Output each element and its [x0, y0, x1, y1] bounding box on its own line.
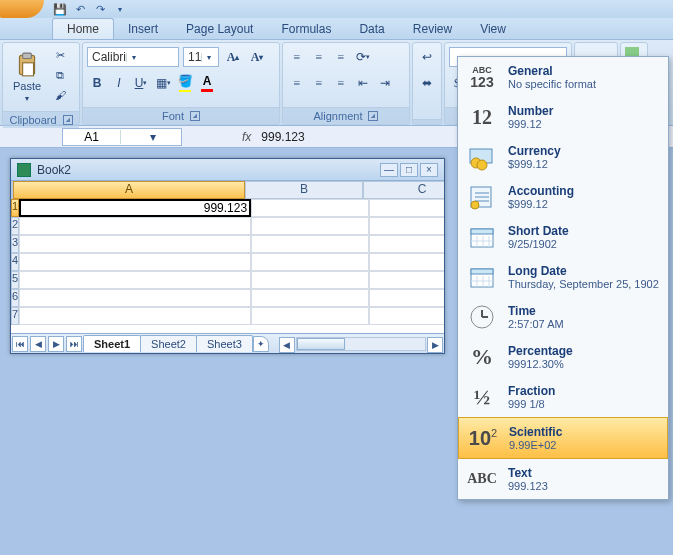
- name-box[interactable]: A1 ▾: [62, 128, 182, 146]
- grow-font-button[interactable]: A▴: [223, 47, 243, 67]
- number-format-time[interactable]: Time 2:57:07 AM: [458, 297, 668, 337]
- number-format-text[interactable]: ABC Text 999.123: [458, 459, 668, 499]
- row-header[interactable]: 7: [11, 307, 19, 325]
- office-button[interactable]: [0, 0, 44, 18]
- maximize-button[interactable]: □: [400, 163, 418, 177]
- bold-button[interactable]: B: [87, 73, 107, 93]
- cell[interactable]: [251, 289, 369, 307]
- format-painter-button[interactable]: 🖌: [51, 87, 69, 103]
- number-format-accounting[interactable]: Accounting $999.12: [458, 177, 668, 217]
- close-button[interactable]: ×: [420, 163, 438, 177]
- copy-button[interactable]: ⧉: [51, 67, 69, 83]
- cell[interactable]: [251, 253, 369, 271]
- column-header-c[interactable]: C: [363, 181, 444, 199]
- number-format-currency[interactable]: Currency $999.12: [458, 137, 668, 177]
- cell[interactable]: [19, 217, 251, 235]
- paste-button[interactable]: Paste ▾: [7, 47, 47, 107]
- orientation-button[interactable]: ⟳▾: [353, 47, 373, 67]
- number-format-general[interactable]: ABC123 General No specific format: [458, 57, 668, 97]
- tab-review[interactable]: Review: [399, 19, 466, 39]
- tab-view[interactable]: View: [466, 19, 520, 39]
- shrink-font-button[interactable]: A▾: [247, 47, 267, 67]
- decrease-indent-button[interactable]: ⇤: [353, 73, 373, 93]
- row-header[interactable]: 1: [11, 199, 19, 217]
- underline-button[interactable]: U▾: [131, 73, 151, 93]
- cell-a1[interactable]: 999.123: [19, 199, 251, 217]
- horizontal-scrollbar[interactable]: ◀ ▶: [278, 337, 444, 351]
- cell[interactable]: [369, 199, 444, 217]
- next-sheet-button[interactable]: ▶: [48, 336, 64, 352]
- column-header-b[interactable]: B: [245, 181, 363, 199]
- cell[interactable]: [19, 253, 251, 271]
- cell[interactable]: [251, 235, 369, 253]
- number-format-percentage[interactable]: % Percentage 99912.30%: [458, 337, 668, 377]
- cell[interactable]: [369, 217, 444, 235]
- italic-button[interactable]: I: [109, 73, 129, 93]
- tab-home[interactable]: Home: [52, 18, 114, 39]
- cell[interactable]: [369, 253, 444, 271]
- tab-data[interactable]: Data: [345, 19, 398, 39]
- cut-button[interactable]: ✂: [51, 47, 69, 63]
- border-button[interactable]: ▦▾: [153, 73, 173, 93]
- cell[interactable]: [369, 235, 444, 253]
- redo-button[interactable]: ↷: [92, 1, 108, 17]
- number-format-number[interactable]: 12 Number 999.12: [458, 97, 668, 137]
- last-sheet-button[interactable]: ⏭: [66, 336, 82, 352]
- row-header[interactable]: 2: [11, 217, 19, 235]
- cell[interactable]: [251, 307, 369, 325]
- formula-content[interactable]: 999.123: [261, 130, 304, 144]
- scroll-left-button[interactable]: ◀: [279, 337, 295, 353]
- row-header[interactable]: 3: [11, 235, 19, 253]
- cell[interactable]: [369, 307, 444, 325]
- align-bottom-button[interactable]: ≡: [331, 47, 351, 67]
- number-format-fraction[interactable]: ½ Fraction 999 1/8: [458, 377, 668, 417]
- number-format-longdate[interactable]: Long Date Thursday, September 25, 1902: [458, 257, 668, 297]
- tab-page-layout[interactable]: Page Layout: [172, 19, 267, 39]
- increase-indent-button[interactable]: ⇥: [375, 73, 395, 93]
- scroll-thumb[interactable]: [297, 338, 345, 350]
- new-sheet-button[interactable]: ✦: [253, 336, 269, 352]
- number-format-scientific[interactable]: 102 Scientific 9.99E+02: [458, 417, 668, 459]
- sheet-tab[interactable]: Sheet1: [83, 335, 141, 352]
- cell[interactable]: [251, 271, 369, 289]
- cell[interactable]: [19, 289, 251, 307]
- align-left-button[interactable]: ≡: [287, 73, 307, 93]
- undo-button[interactable]: ↶: [72, 1, 88, 17]
- cell[interactable]: [251, 199, 369, 217]
- save-button[interactable]: 💾: [52, 1, 68, 17]
- sheet-tab[interactable]: Sheet3: [196, 335, 253, 352]
- prev-sheet-button[interactable]: ◀: [30, 336, 46, 352]
- column-header-a[interactable]: A: [13, 181, 245, 199]
- align-middle-button[interactable]: ≡: [309, 47, 329, 67]
- alignment-launcher[interactable]: [368, 111, 378, 121]
- minimize-button[interactable]: —: [380, 163, 398, 177]
- tab-insert[interactable]: Insert: [114, 19, 172, 39]
- cell[interactable]: [19, 271, 251, 289]
- scroll-right-button[interactable]: ▶: [427, 337, 443, 353]
- cell[interactable]: [19, 235, 251, 253]
- wrap-text-button[interactable]: ↩: [417, 47, 437, 67]
- fx-icon[interactable]: fx: [242, 130, 251, 144]
- number-format-shortdate[interactable]: Short Date 9/25/1902: [458, 217, 668, 257]
- row-header[interactable]: 6: [11, 289, 19, 307]
- cell[interactable]: [369, 271, 444, 289]
- row-header[interactable]: 4: [11, 253, 19, 271]
- merge-button[interactable]: ⬌: [417, 73, 437, 93]
- align-right-button[interactable]: ≡: [331, 73, 351, 93]
- font-color-button[interactable]: A: [197, 73, 217, 93]
- tab-formulas[interactable]: Formulas: [267, 19, 345, 39]
- fill-color-button[interactable]: 🪣: [175, 73, 195, 93]
- font-launcher[interactable]: [190, 111, 200, 121]
- cell[interactable]: [369, 289, 444, 307]
- workbook-titlebar[interactable]: Book2 — □ ×: [11, 159, 444, 181]
- clipboard-launcher[interactable]: [63, 115, 73, 125]
- cell[interactable]: [251, 217, 369, 235]
- sheet-tab[interactable]: Sheet2: [140, 335, 197, 352]
- align-center-button[interactable]: ≡: [309, 73, 329, 93]
- cell[interactable]: [19, 307, 251, 325]
- align-top-button[interactable]: ≡: [287, 47, 307, 67]
- first-sheet-button[interactable]: ⏮: [12, 336, 28, 352]
- row-header[interactable]: 5: [11, 271, 19, 289]
- font-name-combo[interactable]: Calibri▾: [87, 47, 179, 67]
- font-size-combo[interactable]: 11▾: [183, 47, 219, 67]
